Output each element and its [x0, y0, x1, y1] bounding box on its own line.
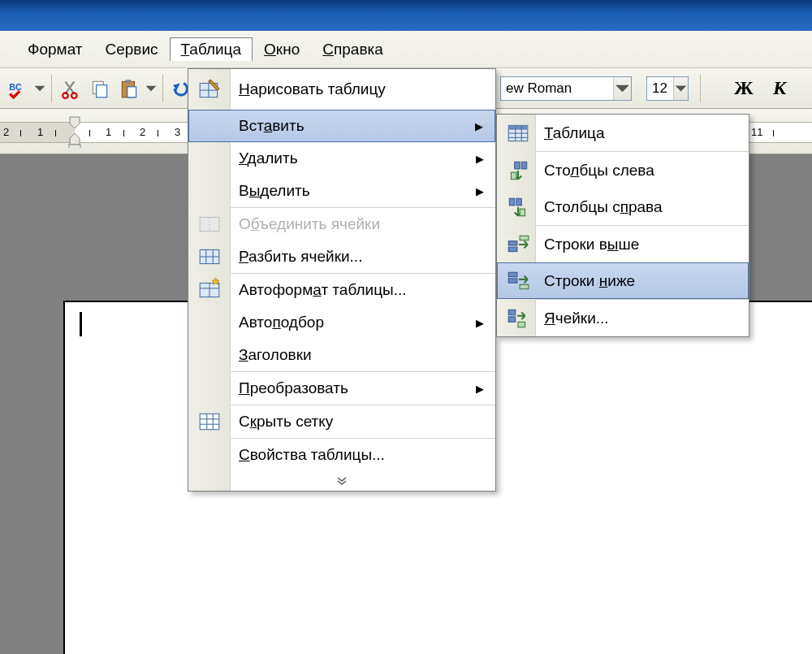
font-size: 12: [652, 80, 667, 97]
svg-rect-44: [508, 310, 516, 314]
insert-submenu-item[interactable]: Столбцы слева: [497, 152, 749, 188]
submenu-arrow-icon: ▶: [475, 120, 483, 132]
svg-rect-4: [97, 84, 107, 97]
dropdown-arrow-icon[interactable]: [33, 75, 46, 102]
svg-rect-36: [516, 198, 521, 206]
menu-label: Автоподбор: [239, 314, 324, 331]
table-menu: Нарисовать таблицуВставить▶Удалить▶Выдел…: [188, 68, 496, 492]
menu-label: Преобразовать: [239, 379, 348, 397]
font-size-select[interactable]: 12: [646, 76, 689, 101]
svg-rect-41: [508, 272, 517, 276]
font-name: ew Roman: [506, 80, 572, 97]
table-menu-item[interactable]: Удалить▶: [188, 142, 495, 175]
chevron-down-icon[interactable]: [673, 77, 688, 100]
svg-rect-37: [520, 209, 525, 216]
table-menu-item[interactable]: Разбить ячейки...: [188, 240, 495, 273]
italic-button[interactable]: К: [773, 77, 786, 99]
font-select[interactable]: ew Roman: [500, 76, 632, 101]
menu-label: Скрыть сетку: [239, 413, 333, 431]
menu-table[interactable]: Таблица: [170, 37, 253, 61]
table-menu-item[interactable]: Нарисовать таблицу: [188, 69, 495, 110]
cut-button[interactable]: [57, 75, 84, 102]
menu-service[interactable]: Сервис: [94, 37, 170, 62]
svg-rect-46: [518, 322, 525, 327]
rows-above-icon: [502, 232, 534, 257]
cols-right-icon: [502, 195, 534, 219]
svg-rect-39: [508, 247, 517, 251]
svg-rect-40: [520, 236, 529, 240]
menu-label: Ячейки...: [544, 310, 609, 327]
menu-label: Строки выше: [544, 236, 639, 253]
submenu-arrow-icon: ▶: [476, 317, 484, 329]
menu-help[interactable]: Справка: [311, 37, 395, 62]
table-menu-item[interactable]: Скрыть сетку: [188, 405, 495, 438]
svg-rect-32: [515, 162, 520, 169]
menu-label: Выделить: [239, 182, 310, 200]
spellcheck-button[interactable]: BC: [4, 75, 32, 102]
svg-text:BC: BC: [9, 82, 22, 92]
svg-point-1: [63, 93, 68, 98]
svg-rect-6: [126, 80, 132, 83]
menu-label: Вставить: [239, 117, 304, 135]
svg-rect-8: [69, 145, 80, 148]
insert-submenu: ТаблицаСтолбцы слеваСтолбцы справаСтроки…: [496, 114, 749, 337]
menu-label: Автоформат таблицы...: [239, 281, 407, 299]
indent-marker-icon[interactable]: [65, 115, 84, 148]
menu-format[interactable]: Формат: [16, 37, 94, 62]
cols-left-icon: [502, 158, 534, 183]
svg-point-2: [71, 93, 77, 98]
svg-rect-43: [520, 284, 529, 288]
menu-label: Строки ниже: [544, 272, 635, 290]
autoformat-icon: [193, 278, 226, 302]
svg-rect-45: [508, 316, 516, 321]
table-menu-item[interactable]: Вставить▶: [188, 110, 495, 142]
menu-label: Нарисовать таблицу: [239, 80, 386, 98]
table-menu-item[interactable]: Заголовки: [188, 339, 495, 371]
menu-label: Объединить ячейки: [239, 215, 380, 233]
title-bar: [0, 0, 812, 31]
table-menu-item[interactable]: Преобразовать▶: [188, 372, 495, 405]
table-icon: [502, 121, 534, 145]
menu-label: Разбить ячейки...: [239, 248, 362, 266]
insert-submenu-item[interactable]: Таблица: [497, 115, 749, 151]
svg-rect-35: [509, 198, 514, 206]
insert-submenu-item[interactable]: Строки ниже: [497, 262, 749, 299]
rows-below-icon: [502, 269, 534, 293]
dropdown-arrow-icon[interactable]: [145, 75, 158, 102]
menu-label: Заголовки: [239, 346, 312, 364]
menu-label: Столбцы слева: [544, 162, 654, 180]
insert-submenu-item[interactable]: Столбцы справа: [497, 188, 749, 225]
table-menu-item[interactable]: Выделить▶: [188, 175, 495, 207]
svg-rect-42: [508, 278, 517, 282]
merge-icon: [193, 212, 226, 236]
paste-button[interactable]: [115, 75, 143, 102]
split-icon: [193, 245, 226, 269]
svg-rect-21: [200, 414, 219, 429]
table-menu-item[interactable]: Автоформат таблицы...: [188, 274, 495, 306]
submenu-arrow-icon: ▶: [476, 153, 484, 165]
copy-button[interactable]: [86, 75, 114, 102]
grid-icon: [193, 409, 226, 434]
table-menu-item[interactable]: Свойства таблицы...: [188, 439, 495, 471]
svg-rect-33: [521, 162, 526, 169]
submenu-arrow-icon: ▶: [476, 383, 484, 395]
menu-label: Удалить: [239, 149, 298, 167]
insert-submenu-item[interactable]: Ячейки...: [497, 300, 749, 336]
svg-rect-34: [511, 172, 516, 180]
chevron-down-icon[interactable]: [613, 77, 631, 100]
table-menu-item[interactable]: Автоподбор▶: [188, 306, 495, 339]
menubar: Формат Сервис Таблица Окно Справка: [0, 31, 812, 68]
svg-rect-7: [127, 86, 136, 97]
submenu-arrow-icon: ▶: [476, 185, 484, 197]
expand-menu[interactable]: [188, 471, 495, 491]
insert-submenu-item[interactable]: Строки выше: [497, 226, 749, 262]
bold-button[interactable]: Ж: [734, 77, 754, 99]
menu-window[interactable]: Окно: [253, 37, 311, 62]
svg-rect-38: [508, 240, 517, 245]
menu-label: Таблица: [544, 124, 605, 142]
menu-label: Столбцы справа: [544, 198, 663, 216]
svg-rect-27: [508, 125, 528, 129]
cells-icon: [502, 306, 534, 331]
text-cursor: [80, 312, 82, 336]
draw-table-icon: [193, 77, 226, 102]
